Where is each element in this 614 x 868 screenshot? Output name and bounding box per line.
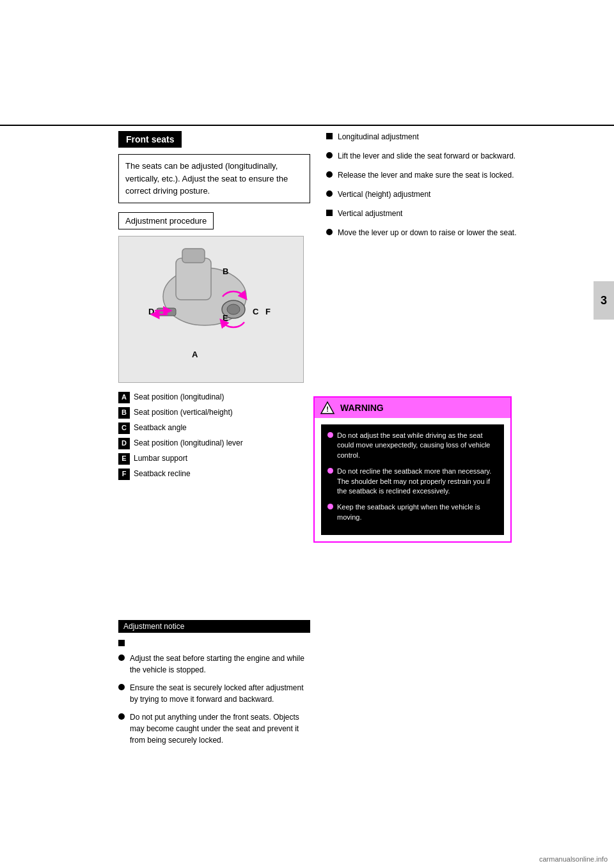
chapter-number: 3 — [601, 294, 607, 307]
bullet-circle-3 — [118, 684, 125, 690]
intro-box: The seats can be adjusted (longitudinall… — [118, 154, 310, 203]
notice-bullet-4: Do not put anything under the front seat… — [118, 711, 310, 746]
left-column: Front seats The seats can be adjusted (l… — [118, 131, 310, 484]
label-item-F: F Seatback recline — [118, 469, 310, 480]
notice-bullet-2: Adjust the seat before starting the engi… — [118, 653, 310, 676]
svg-rect-2 — [182, 249, 205, 263]
warning-bullet-2: Do not recline the seatback more than ne… — [327, 467, 498, 496]
svg-text:E: E — [223, 313, 228, 323]
right-circle-4 — [326, 190, 333, 197]
right-circle-3 — [326, 171, 333, 178]
warning-header: ! WARNING — [315, 398, 510, 418]
top-rule — [0, 125, 614, 126]
right-item-4: Vertical (height) adjustment — [326, 189, 576, 200]
svg-text:F: F — [265, 307, 271, 316]
label-text-D: Seat position (longitudinal) lever — [134, 438, 243, 449]
page-container: 3 Front seats The seats can be adjusted … — [0, 0, 614, 868]
label-box-B: B — [118, 407, 130, 419]
right-square-1 — [326, 133, 333, 139]
right-item-2: Lift the lever and slide the seat forwar… — [326, 150, 576, 162]
warning-bullet-1: Do not adjust the seat while driving as … — [327, 431, 498, 460]
notice-bullet-1 — [118, 638, 310, 646]
right-item-3: Release the lever and make sure the seat… — [326, 169, 576, 181]
seat-diagram: A B C D E F — [118, 236, 304, 383]
notice-bullet-3: Ensure the seat is securely locked after… — [118, 682, 310, 705]
svg-rect-1 — [176, 258, 211, 300]
warning-bullet-circle-2 — [327, 468, 333, 474]
svg-point-4 — [227, 304, 240, 314]
bullet-circle-4 — [118, 713, 125, 720]
right-square-5 — [326, 210, 333, 216]
svg-text:C: C — [253, 307, 259, 316]
label-box-A: A — [118, 392, 130, 403]
warning-bullet-3: Keep the seatback upright when the vehic… — [327, 502, 498, 522]
label-text-A: Seat position (longitudinal) — [134, 392, 224, 403]
right-circle-2 — [326, 152, 333, 159]
right-circle-6 — [326, 229, 333, 235]
right-item-5: Vertical adjustment — [326, 208, 576, 219]
seat-diagram-svg: A B C D E F — [128, 245, 294, 373]
chapter-tab: 3 — [594, 281, 614, 320]
right-item-6: Move the lever up or down to raise or lo… — [326, 227, 576, 238]
warning-bullet-circle-3 — [327, 504, 333, 509]
label-list: A Seat position (longitudinal) B Seat po… — [118, 392, 310, 480]
notice-header: Adjustment notice — [118, 620, 310, 633]
warning-bullet-circle-1 — [327, 432, 333, 438]
label-box-D: D — [118, 438, 130, 449]
label-text-F: Seatback recline — [134, 469, 191, 479]
right-column: Longitudinal adjustment Lift the lever a… — [326, 131, 576, 246]
warning-title: WARNING — [340, 403, 384, 413]
label-item-E: E Lumbar support — [118, 453, 310, 465]
label-box-F: F — [118, 469, 130, 480]
svg-text:A: A — [192, 350, 198, 359]
warning-box: ! WARNING Do not adjust the seat while d… — [313, 396, 512, 543]
warning-content: Do not adjust the seat while driving as … — [321, 424, 504, 535]
label-text-E: Lumbar support — [134, 453, 187, 464]
svg-text:D: D — [148, 307, 154, 316]
label-item-A: A Seat position (longitudinal) — [118, 392, 310, 403]
warning-triangle-icon: ! — [320, 401, 335, 415]
label-box-E: E — [118, 453, 130, 465]
bullet-circle-2 — [118, 655, 125, 661]
label-item-C: C Seatback angle — [118, 422, 310, 434]
label-item-D: D Seat position (longitudinal) lever — [118, 438, 310, 449]
notice-section: Adjustment notice Adjust the seat before… — [118, 620, 310, 752]
label-box-C: C — [118, 422, 130, 434]
bullet-square-1 — [118, 640, 125, 646]
label-text-C: Seatback angle — [134, 422, 187, 433]
svg-text:B: B — [223, 267, 228, 276]
adj-procedure-header: Adjustment procedure — [118, 212, 214, 229]
front-seats-header: Front seats — [118, 131, 182, 148]
svg-text:!: ! — [326, 405, 329, 413]
right-item-1: Longitudinal adjustment — [326, 131, 576, 143]
label-item-B: B Seat position (vertical/height) — [118, 407, 310, 419]
watermark: carmanualsonline.info — [539, 855, 608, 863]
label-text-B: Seat position (vertical/height) — [134, 407, 233, 418]
